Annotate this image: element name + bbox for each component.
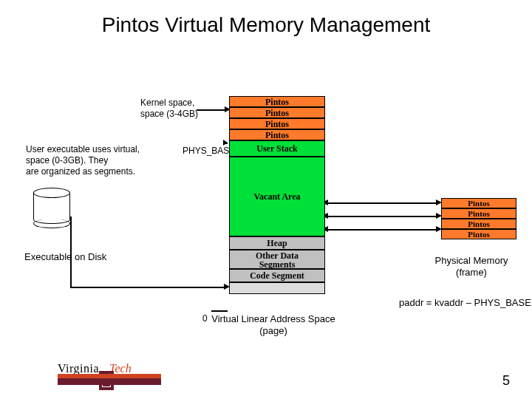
pm-pintos-row: Pintos <box>441 229 516 239</box>
label-vlas: Virtual Linear Address Space (page) <box>177 313 369 336</box>
vas-footer-gap <box>229 282 325 294</box>
arrow-vas-pm-2 <box>327 216 437 217</box>
annot-exec-disk: Executable on Disk <box>24 251 106 263</box>
vas-pintos-row: Pintos <box>229 96 325 107</box>
physical-memory: Pintos Pintos Pintos Pintos <box>441 198 516 239</box>
arrowhead-icon <box>223 140 228 146</box>
slide-title: Pintos Virtual Memory Management <box>0 13 532 37</box>
arrow-vas-pm-3 <box>327 229 437 231</box>
vas-heap: Heap <box>229 236 325 250</box>
annot-kernel: Kernel space, space (3-4GB) <box>140 98 198 120</box>
vas-user-stack: User Stack <box>229 140 325 157</box>
arrow-disk-to-code-h <box>70 287 225 288</box>
ledger-line <box>211 310 228 312</box>
virtual-address-space: Pintos Pintos Pintos Pintos User Stack V… <box>229 96 325 294</box>
vas-other-data: Other Data Segments <box>229 250 325 269</box>
vas-pintos-row: Pintos <box>229 107 325 118</box>
vas-pintos-row: Pintos <box>229 118 325 129</box>
annot-phys-base: PHYS_BASE <box>183 146 235 157</box>
pm-pintos-row: Pintos <box>441 219 516 229</box>
label-equation: paddr = kvaddr – PHYS_BASE <box>399 297 531 308</box>
slide-number: 5 <box>502 373 510 389</box>
virginia-tech-logo: Virginia Tech <box>58 361 161 390</box>
disk-cylinder-icon <box>33 192 70 224</box>
arrow-disk-to-code <box>70 216 72 287</box>
logo-maroon-bar <box>58 378 161 385</box>
vas-code-segment: Code Segment <box>229 269 325 282</box>
arrow-kernel-to-vas <box>197 109 226 111</box>
pm-pintos-row: Pintos <box>441 198 516 208</box>
arrow-vas-pm-1 <box>327 202 437 204</box>
label-physical-memory: Physical Memory (frame) <box>412 255 531 278</box>
annot-user-exec: User executable uses virtual, space (0-3… <box>26 144 140 177</box>
vas-vacant-area: Vacant Area <box>229 157 325 236</box>
pm-pintos-row: Pintos <box>441 208 516 219</box>
vas-pintos-row: Pintos <box>229 129 325 140</box>
